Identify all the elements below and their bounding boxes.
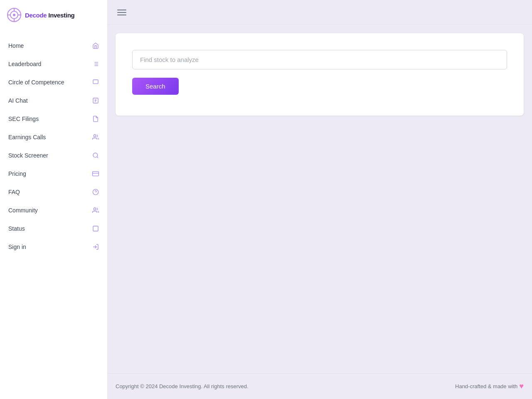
sidebar-item-earnings-calls[interactable]: Earnings Calls (0, 128, 107, 146)
svg-rect-13 (93, 80, 98, 84)
status-icon (92, 225, 99, 232)
sidebar-item-stock-screener[interactable]: Stock Screener (0, 146, 107, 165)
sidebar-item-sign-in[interactable]: Sign in (0, 238, 107, 256)
sidebar-item-label-faq: FAQ (8, 189, 20, 195)
search-button[interactable]: Search (132, 78, 179, 95)
sidebar-item-label-home: Home (8, 42, 24, 49)
sidebar-item-label-sec-filings: SEC Filings (8, 116, 39, 122)
hamburger-line-3 (117, 15, 126, 15)
svg-line-20 (97, 157, 98, 158)
footer-handcrafted: Hand-crafted & made with ♥ (455, 382, 524, 391)
svg-point-25 (94, 208, 96, 210)
logo-text: Decode Investing (25, 12, 74, 19)
main-body (107, 124, 532, 373)
sidebar-item-label-leaderboard: Leaderboard (8, 61, 41, 67)
sidebar-item-label-ai-chat: AI Chat (8, 97, 28, 104)
faq-icon (92, 189, 99, 195)
sidebar-item-circle-of-competence[interactable]: Circle of Competence (0, 73, 107, 91)
sidebar-item-home[interactable]: Home (0, 37, 107, 55)
svg-point-19 (93, 153, 98, 158)
hamburger-line-1 (117, 10, 126, 10)
logo: Decode Investing (7, 7, 74, 22)
sidebar-item-label-sign-in: Sign in (8, 244, 26, 250)
heart-icon: ♥ (519, 382, 524, 391)
logo-icon (7, 7, 22, 22)
svg-rect-21 (93, 172, 99, 176)
filings-icon (92, 116, 99, 122)
home-icon (92, 42, 99, 49)
handcrafted-text: Hand-crafted & made with (455, 383, 517, 389)
sidebar-nav: Home Leaderboard Circle of Competence AI… (0, 30, 107, 263)
chat-icon (92, 97, 99, 104)
leaderboard-icon (92, 61, 99, 67)
sidebar-item-label-status: Status (8, 225, 25, 232)
earnings-icon (92, 134, 99, 140)
svg-rect-26 (93, 226, 98, 231)
community-icon (92, 207, 99, 214)
hamburger-line-2 (117, 12, 126, 13)
sidebar-item-status[interactable]: Status (0, 219, 107, 238)
main-content: Search Copyright © 2024 Decode Investing… (107, 0, 532, 399)
svg-point-18 (94, 135, 96, 137)
sidebar-item-label-earnings-calls: Earnings Calls (8, 134, 46, 140)
search-input[interactable] (132, 50, 507, 69)
footer-copyright: Copyright © 2024 Decode Investing. All r… (116, 383, 249, 389)
logo-area[interactable]: Decode Investing (0, 0, 107, 30)
sidebar-item-community[interactable]: Community (0, 201, 107, 219)
search-icon (92, 152, 99, 159)
hamburger-button[interactable] (116, 8, 128, 17)
sidebar-item-leaderboard[interactable]: Leaderboard (0, 55, 107, 73)
sidebar-item-pricing[interactable]: Pricing (0, 165, 107, 183)
topbar (107, 0, 532, 25)
sidebar-item-label-community: Community (8, 207, 38, 214)
sidebar-item-faq[interactable]: FAQ (0, 183, 107, 201)
circle-icon (92, 79, 99, 86)
search-container: Search (116, 33, 524, 116)
pricing-icon (92, 170, 99, 177)
sidebar-item-label-stock-screener: Stock Screener (8, 152, 48, 159)
sidebar-item-sec-filings[interactable]: SEC Filings (0, 110, 107, 128)
sidebar: Decode Investing Home Leaderboard Circle… (0, 0, 107, 399)
signin-icon (92, 244, 99, 250)
footer: Copyright © 2024 Decode Investing. All r… (107, 373, 532, 399)
svg-point-2 (13, 14, 15, 16)
sidebar-item-label-circle-of-competence: Circle of Competence (8, 79, 64, 86)
sidebar-item-label-pricing: Pricing (8, 170, 26, 177)
sidebar-item-ai-chat[interactable]: AI Chat (0, 91, 107, 110)
